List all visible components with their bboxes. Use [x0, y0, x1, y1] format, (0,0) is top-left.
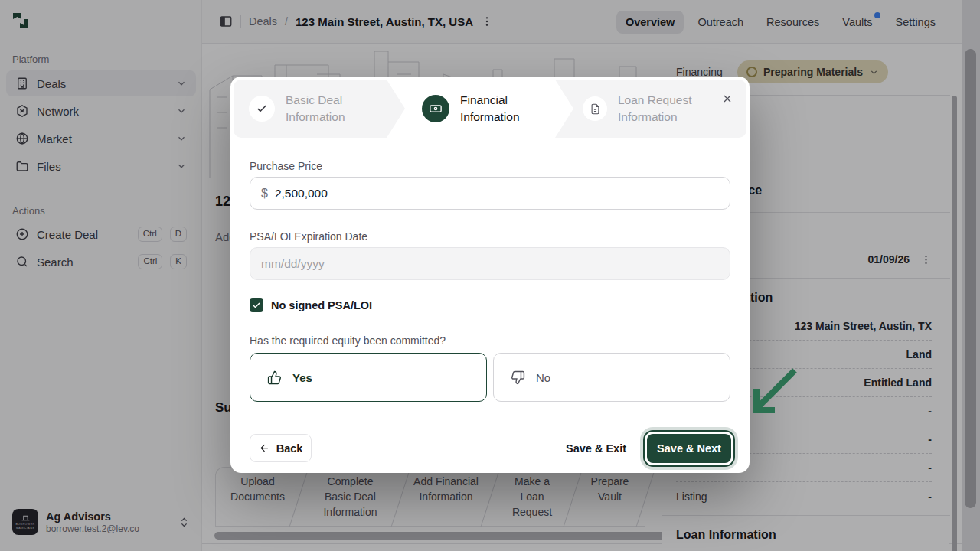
no-signed-psa-checkbox-row[interactable]: No signed PSA/LOI — [250, 298, 372, 312]
checkbox-checked-icon[interactable] — [250, 298, 263, 312]
equity-question-label: Has the required equity been committed? — [250, 334, 446, 347]
step-label: Financial Information — [460, 92, 533, 126]
modal-stepper: Basic Deal Information Financial Informa… — [234, 80, 746, 138]
purchase-price-input[interactable]: $ 2,500,000 — [250, 177, 730, 210]
purchase-price-value: 2,500,000 — [275, 187, 328, 201]
no-label: No — [536, 371, 550, 384]
back-label: Back — [276, 442, 303, 455]
no-signed-psa-label: No signed PSA/LOI — [271, 299, 372, 311]
yes-label: Yes — [292, 371, 312, 384]
file-text-icon — [583, 96, 607, 121]
save-and-next-button[interactable]: Save & Next — [647, 434, 731, 463]
thumbs-down-icon — [511, 370, 525, 385]
close-icon[interactable] — [719, 90, 736, 107]
banknote-icon — [422, 95, 449, 122]
step-label: Basic Deal Information — [286, 92, 362, 126]
psa-expiration-label: PSA/LOI Expiration Date — [250, 230, 368, 243]
thumbs-up-icon — [267, 370, 282, 385]
step-label: Loan Request Information — [618, 92, 702, 126]
purchase-price-label: Purchase Price — [250, 160, 322, 172]
step-basic-deal-information[interactable]: Basic Deal Information — [249, 80, 362, 138]
psa-expiration-date-input[interactable]: mm/dd/yyyy — [250, 247, 730, 280]
date-placeholder: mm/dd/yyyy — [261, 257, 325, 271]
equity-yes-button[interactable]: Yes — [250, 353, 487, 402]
app-screen: Platform Deals Network Market — [0, 0, 980, 551]
save-and-exit-button[interactable]: Save & Exit — [560, 434, 632, 462]
annotation-arrow-icon — [737, 358, 805, 419]
step-financial-information[interactable]: Financial Information — [422, 80, 533, 138]
arrow-left-icon — [259, 442, 270, 454]
step-complete-check-icon — [249, 96, 275, 122]
dollar-icon: $ — [261, 187, 268, 201]
step-loan-request-information[interactable]: Loan Request Information — [583, 80, 702, 138]
financial-information-modal: Basic Deal Information Financial Informa… — [230, 77, 750, 473]
equity-no-button[interactable]: No — [493, 353, 730, 402]
back-button[interactable]: Back — [250, 434, 312, 462]
